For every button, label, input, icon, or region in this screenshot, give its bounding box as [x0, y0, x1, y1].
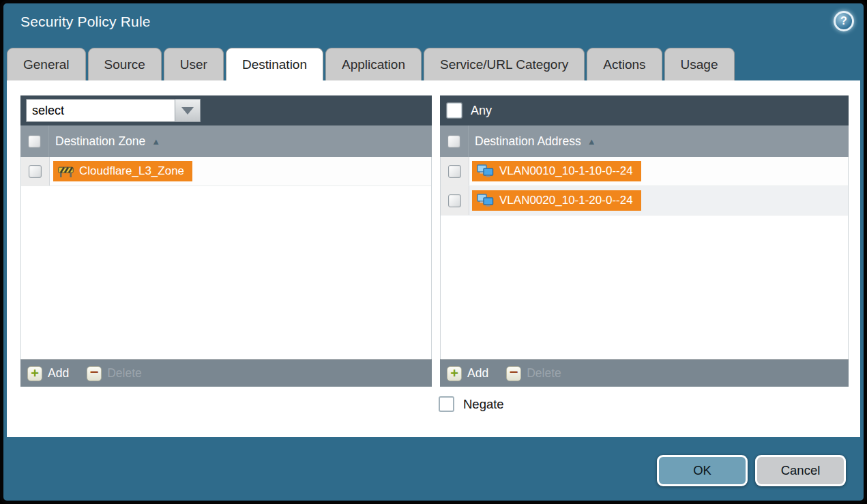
any-label: Any — [471, 104, 492, 118]
add-button[interactable]: + Add — [447, 366, 488, 381]
zone-select-dropdown-button[interactable] — [175, 99, 201, 122]
destination-zone-panel: Destination Zone ▲ — [20, 95, 432, 387]
delete-button[interactable]: − Delete — [506, 366, 561, 381]
row-checkbox[interactable] — [448, 194, 461, 207]
tab-general[interactable]: General — [7, 48, 86, 80]
negate-option: Negate — [439, 396, 504, 412]
tab-usage[interactable]: Usage — [664, 48, 735, 80]
help-icon[interactable]: ? — [834, 11, 854, 31]
zone-column-label: Destination Zone — [55, 134, 145, 149]
zone-barricade-icon — [58, 166, 74, 177]
row-checkbox-cell — [441, 157, 469, 186]
zone-column-title[interactable]: Destination Zone ▲ — [55, 134, 160, 149]
zone-row-label: Cloudflare_L3_Zone — [79, 164, 184, 178]
dialog-title: Security Policy Rule — [20, 14, 151, 30]
table-row[interactable]: Cloudflare_L3_Zone — [21, 157, 431, 186]
add-label: Add — [467, 366, 488, 381]
table-row[interactable]: VLAN0010_10-1-10-0--24 — [441, 157, 848, 186]
zone-panel-header — [20, 95, 432, 125]
add-icon: + — [27, 366, 42, 381]
cancel-button[interactable]: Cancel — [755, 455, 846, 486]
address-select-all-cell — [440, 125, 469, 157]
zone-select-combo — [26, 99, 201, 122]
address-row-label: VLAN0010_10-1-10-0--24 — [499, 164, 633, 178]
add-label: Add — [48, 366, 69, 381]
zone-select-input[interactable] — [26, 99, 175, 122]
any-checkbox[interactable] — [447, 103, 462, 118]
zone-select-all-checkbox[interactable] — [28, 135, 41, 148]
tab-user[interactable]: User — [164, 48, 224, 80]
sort-ascending-icon: ▲ — [587, 136, 596, 147]
dialog-buttons: OK Cancel — [657, 455, 846, 486]
chevron-down-icon — [181, 107, 194, 115]
address-tag[interactable]: VLAN0020_10-1-20-0--24 — [472, 190, 641, 211]
tab-destination[interactable]: Destination — [226, 48, 323, 80]
address-tag[interactable]: VLAN0010_10-1-10-0--24 — [472, 161, 641, 181]
zone-panel-footer: + Add − Delete — [20, 359, 432, 387]
address-column-header: Destination Address ▲ — [440, 125, 849, 157]
tab-actions[interactable]: Actions — [587, 48, 662, 80]
zone-column-header: Destination Zone ▲ — [20, 125, 432, 157]
network-computers-icon — [477, 194, 494, 207]
destination-address-panel: Any Destination Address ▲ — [440, 95, 849, 387]
address-column-label: Destination Address — [475, 134, 581, 149]
address-panel-header: Any — [440, 95, 849, 125]
address-panel-footer: + Add − Delete — [440, 359, 849, 387]
negate-checkbox[interactable] — [439, 396, 454, 412]
delete-icon: − — [506, 366, 521, 381]
zone-select-all-cell — [20, 125, 49, 157]
zone-rows: Cloudflare_L3_Zone — [20, 157, 432, 359]
negate-label: Negate — [463, 397, 504, 412]
delete-button[interactable]: − Delete — [87, 366, 142, 381]
row-checkbox[interactable] — [29, 165, 42, 178]
address-rows: VLAN0010_10-1-10-0--24 VLAN — [440, 157, 849, 359]
tab-service-url-category[interactable]: Service/URL Category — [424, 48, 585, 80]
delete-label: Delete — [527, 366, 561, 381]
address-row-label: VLAN0020_10-1-20-0--24 — [499, 194, 633, 207]
zone-tag[interactable]: Cloudflare_L3_Zone — [53, 161, 192, 181]
tab-source[interactable]: Source — [88, 48, 162, 80]
address-column-title[interactable]: Destination Address ▲ — [475, 134, 596, 149]
delete-label: Delete — [107, 366, 142, 381]
table-row[interactable]: VLAN0020_10-1-20-0--24 — [441, 186, 848, 216]
ok-button[interactable]: OK — [657, 455, 748, 486]
add-button[interactable]: + Add — [27, 366, 69, 381]
tab-bar: General Source User Destination Applicat… — [7, 48, 735, 80]
row-checkbox-cell — [441, 186, 469, 215]
sort-ascending-icon: ▲ — [151, 136, 160, 147]
network-computers-icon — [477, 164, 494, 178]
address-select-all-checkbox[interactable] — [447, 135, 460, 148]
destination-tab-content: Destination Zone ▲ — [7, 80, 860, 437]
tab-application[interactable]: Application — [325, 48, 422, 80]
add-icon: + — [447, 366, 462, 381]
delete-icon: − — [87, 366, 102, 381]
row-checkbox[interactable] — [448, 165, 461, 178]
help-icon-glyph: ? — [840, 15, 847, 27]
row-checkbox-cell — [21, 157, 50, 186]
security-policy-rule-dialog: Security Policy Rule ? General Source Us… — [0, 0, 867, 504]
